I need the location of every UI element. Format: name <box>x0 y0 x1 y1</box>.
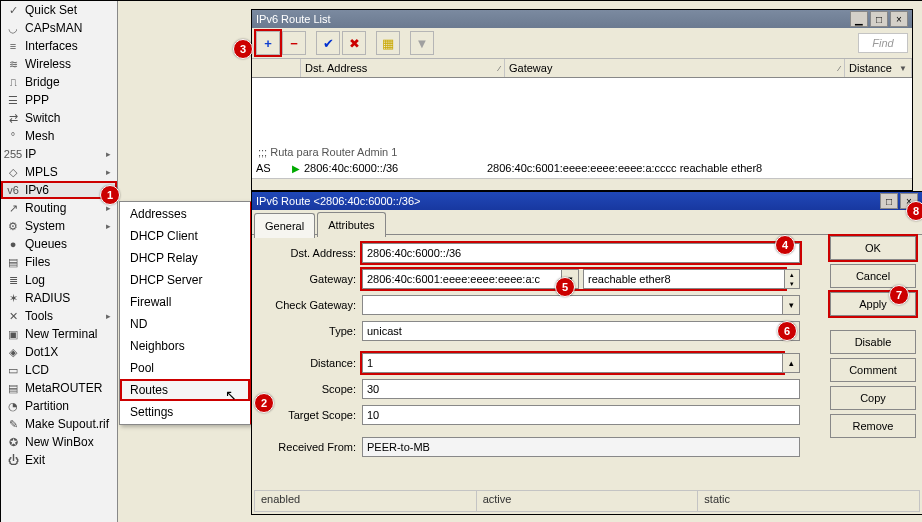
submenu-item-settings[interactable]: Settings <box>120 401 250 423</box>
find-input[interactable]: Find <box>858 33 908 53</box>
minimize-icon[interactable]: ▁ <box>850 11 868 27</box>
route-edit-window: IPv6 Route <2806:40c:6000::/36> □ × Gene… <box>251 191 922 515</box>
dst-address-input[interactable]: 2806:40c:6000::/36 <box>362 243 800 263</box>
gateway-spin[interactable]: ▴▾ <box>785 269 800 289</box>
sort-icon: ∕ <box>839 64 840 73</box>
menu-icon: ✕ <box>5 308 21 324</box>
sidebar-item-new-terminal[interactable]: ▣New Terminal <box>1 325 117 343</box>
scope-input[interactable]: 30 <box>362 379 800 399</box>
status-static: static <box>698 491 919 511</box>
enable-button[interactable]: ✔ <box>316 31 340 55</box>
mouse-cursor-icon: ↖ <box>225 387 237 403</box>
submenu-item-dhcp-relay[interactable]: DHCP Relay <box>120 247 250 269</box>
table-row[interactable]: AS ▶2806:40c:6000::/36 2806:40c:6001:eee… <box>252 160 912 176</box>
gateway-label: Gateway: <box>260 273 362 285</box>
gateway-input[interactable]: 2806:40c:6001:eeee:eeee:eeee:a:c <box>362 269 562 289</box>
badge-2: 2 <box>254 393 274 413</box>
menu-icon: ⏻ <box>5 452 21 468</box>
sidebar-item-label: PPP <box>25 93 113 107</box>
submenu-arrow-icon: ▸ <box>103 221 113 231</box>
check-gateway-dropdown-icon[interactable]: ▾ <box>783 295 800 315</box>
target-scope-input[interactable]: 10 <box>362 405 800 425</box>
sidebar-item-ip[interactable]: 255IP▸ <box>1 145 117 163</box>
submenu-arrow-icon: ▸ <box>103 149 113 159</box>
sidebar-item-mpls[interactable]: ◇MPLS▸ <box>1 163 117 181</box>
comment-button[interactable]: ▦ <box>376 31 400 55</box>
submenu-item-nd[interactable]: ND <box>120 313 250 335</box>
sidebar-item-system[interactable]: ⚙System▸ <box>1 217 117 235</box>
menu-icon: ◔ <box>5 398 21 414</box>
sidebar-item-partition[interactable]: ◔Partition <box>1 397 117 415</box>
sidebar-item-tools[interactable]: ✕Tools▸ <box>1 307 117 325</box>
route-edit-titlebar[interactable]: IPv6 Route <2806:40c:6000::/36> □ × <box>252 192 922 210</box>
disable-button[interactable]: Disable <box>830 330 916 354</box>
remove-button[interactable]: Remove <box>830 414 916 438</box>
col-gateway[interactable]: Gateway∕ <box>505 59 845 77</box>
col-flags[interactable] <box>252 59 301 77</box>
check-gateway-label: Check Gateway: <box>260 299 362 311</box>
submenu-item-neighbors[interactable]: Neighbors <box>120 335 250 357</box>
route-list-titlebar[interactable]: IPv6 Route List ▁ □ × <box>252 10 912 28</box>
sidebar-item-make-supout.rif[interactable]: ✎Make Supout.rif <box>1 415 117 433</box>
menu-icon: ≣ <box>5 272 21 288</box>
sidebar-item-label: Tools <box>25 309 99 323</box>
submenu-item-pool[interactable]: Pool <box>120 357 250 379</box>
close-icon[interactable]: × <box>890 11 908 27</box>
comment-button[interactable]: Comment <box>830 358 916 382</box>
sidebar-item-label: System <box>25 219 99 233</box>
submenu-arrow-icon: ▸ <box>103 311 113 321</box>
menu-icon: ● <box>5 236 21 252</box>
sidebar-item-capsman[interactable]: ◡CAPsMAN <box>1 19 117 37</box>
sidebar-item-switch[interactable]: ⇄Switch <box>1 109 117 127</box>
add-button[interactable]: + <box>256 31 280 55</box>
sidebar-item-ppp[interactable]: ☰PPP <box>1 91 117 109</box>
col-distance[interactable]: Distance▼ <box>845 59 912 77</box>
sidebar-item-exit[interactable]: ⏻Exit <box>1 451 117 469</box>
ok-button[interactable]: OK <box>830 236 916 260</box>
col-dst[interactable]: Dst. Address∕ <box>301 59 505 77</box>
maximize-icon[interactable]: □ <box>870 11 888 27</box>
check-gateway-input[interactable] <box>362 295 783 315</box>
submenu-item-dhcp-server[interactable]: DHCP Server <box>120 269 250 291</box>
submenu-item-dhcp-client[interactable]: DHCP Client <box>120 225 250 247</box>
tab-general[interactable]: General <box>254 213 315 238</box>
sidebar-item-queues[interactable]: ●Queues <box>1 235 117 253</box>
sidebar-item-routing[interactable]: ↗Routing▸ <box>1 199 117 217</box>
distance-input[interactable]: 1 <box>362 353 783 373</box>
sidebar-item-lcd[interactable]: ▭LCD <box>1 361 117 379</box>
sidebar-item-wireless[interactable]: ≋Wireless <box>1 55 117 73</box>
type-label: Type: <box>260 325 362 337</box>
route-edit-form: Dst. Address: 2806:40c:6000::/36 Gateway… <box>256 236 804 474</box>
sidebar-item-dot1x[interactable]: ◈Dot1X <box>1 343 117 361</box>
sidebar-item-quick-set[interactable]: ✓Quick Set <box>1 1 117 19</box>
badge-1: 1 <box>100 185 120 205</box>
route-list-title: IPv6 Route List <box>256 13 848 25</box>
badge-8: 8 <box>906 201 922 221</box>
sidebar-item-files[interactable]: ▤Files <box>1 253 117 271</box>
maximize-icon[interactable]: □ <box>880 193 898 209</box>
disable-button[interactable]: ✖ <box>342 31 366 55</box>
sidebar-item-bridge[interactable]: ⎍Bridge <box>1 73 117 91</box>
sidebar-item-mesh[interactable]: °Mesh <box>1 127 117 145</box>
menu-icon: ↗ <box>5 200 21 216</box>
copy-button[interactable]: Copy <box>830 386 916 410</box>
remove-button[interactable]: − <box>282 31 306 55</box>
sidebar-item-interfaces[interactable]: ≡Interfaces <box>1 37 117 55</box>
sidebar-item-radius[interactable]: ✶RADIUS <box>1 289 117 307</box>
submenu-item-addresses[interactable]: Addresses <box>120 203 250 225</box>
route-list-body[interactable]: ;;; Ruta para Router Admin 1 AS ▶2806:40… <box>252 78 912 179</box>
sidebar-item-metarouter[interactable]: ▤MetaROUTER <box>1 379 117 397</box>
type-input[interactable]: unicast <box>362 321 783 341</box>
menu-icon: ✓ <box>5 2 21 18</box>
sidebar-item-new-winbox[interactable]: ✪New WinBox <box>1 433 117 451</box>
tab-attributes[interactable]: Attributes <box>317 212 385 237</box>
dropdown-icon: ▼ <box>899 64 907 73</box>
sidebar-item-label: Exit <box>25 453 113 467</box>
target-scope-label: Target Scope: <box>260 409 362 421</box>
cancel-button[interactable]: Cancel <box>830 264 916 288</box>
submenu-item-firewall[interactable]: Firewall <box>120 291 250 313</box>
sidebar-item-log[interactable]: ≣Log <box>1 271 117 289</box>
menu-icon: 255 <box>5 146 21 162</box>
filter-button[interactable]: ▼ <box>410 31 434 55</box>
distance-up-icon[interactable]: ▴ <box>783 353 800 373</box>
